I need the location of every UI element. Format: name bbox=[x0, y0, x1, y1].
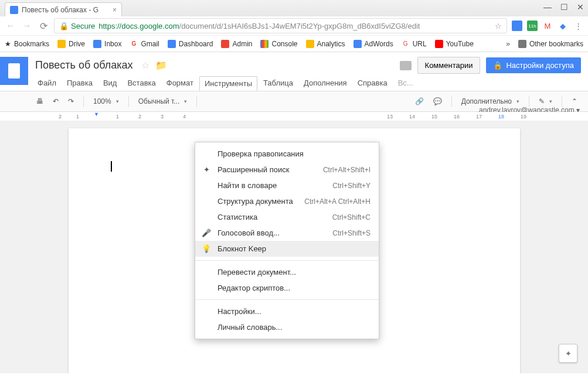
link-icon[interactable]: 🔗 bbox=[412, 95, 427, 108]
document-title[interactable]: Повесть об облаках bbox=[33, 58, 135, 73]
menu-separator bbox=[195, 299, 379, 300]
menu-format[interactable]: Формат bbox=[162, 76, 198, 91]
comments-button[interactable]: Комментарии bbox=[417, 57, 481, 74]
window-close-icon[interactable]: ✕ bbox=[575, 2, 586, 12]
redo-icon[interactable]: ↷ bbox=[64, 95, 77, 108]
bookmarks-bar: ★ Bookmarks Drive Inbox GGmail Dashboard… bbox=[0, 35, 588, 52]
bookmark-adwords[interactable]: AdWords bbox=[354, 40, 393, 48]
docs-favicon bbox=[10, 6, 18, 14]
bookmark-dashboard[interactable]: Dashboard bbox=[168, 40, 213, 48]
menu-tools[interactable]: Инструменты bbox=[199, 76, 257, 91]
paragraph-style-dropdown[interactable]: Обычный т... bbox=[135, 95, 191, 108]
browser-tab-bar: Повесть об облаках - G × — ☐ ✕ bbox=[0, 0, 588, 16]
analytics-icon bbox=[306, 40, 314, 48]
explore-icon: ✦ bbox=[201, 165, 212, 174]
dashboard-icon bbox=[168, 40, 176, 48]
move-folder-icon[interactable]: 📁 bbox=[155, 60, 167, 71]
ext-icon-1[interactable] bbox=[512, 21, 522, 31]
bookmark-inbox[interactable]: Inbox bbox=[93, 40, 121, 48]
menu-edit[interactable]: Правка bbox=[62, 76, 97, 91]
menu-item-preferences[interactable]: Настройки... bbox=[195, 303, 379, 319]
bookmark-star-icon[interactable]: ☆ bbox=[495, 22, 502, 30]
url-icon: G bbox=[402, 40, 410, 48]
adwords-icon bbox=[354, 40, 362, 48]
drive-icon bbox=[57, 40, 66, 48]
menu-item-script-editor[interactable]: Редактор скриптов... bbox=[195, 280, 379, 296]
menu-more[interactable]: Вс... bbox=[393, 76, 418, 91]
address-bar[interactable]: 🔒 Secure https://docs.google.com/documen… bbox=[54, 18, 507, 33]
bookmark-drive[interactable]: Drive bbox=[57, 40, 85, 48]
window-maximize-icon[interactable]: ☐ bbox=[559, 2, 569, 12]
explore-fab-icon: ✦ bbox=[565, 349, 572, 358]
bookmarks-toggle[interactable]: ★ Bookmarks bbox=[5, 40, 49, 48]
browser-tab[interactable]: Повесть об облаках - G × bbox=[5, 2, 122, 16]
menu-insert[interactable]: Вставка bbox=[123, 76, 160, 91]
bookmark-console[interactable]: Console bbox=[260, 40, 297, 48]
undo-icon[interactable]: ↶ bbox=[49, 95, 62, 108]
text-cursor bbox=[111, 161, 112, 172]
bookmark-youtube[interactable]: YouTube bbox=[435, 40, 474, 48]
browser-menu-icon[interactable]: ⋮ bbox=[573, 21, 583, 31]
youtube-icon bbox=[435, 40, 443, 48]
bookmark-url[interactable]: GURL bbox=[402, 40, 427, 48]
bookmark-gmail[interactable]: GGmail bbox=[130, 40, 159, 48]
menu-addons[interactable]: Дополнения bbox=[299, 76, 352, 91]
bookmarks-overflow-icon[interactable]: » bbox=[506, 40, 510, 48]
extension-icons: 11h M ◆ ⋮ bbox=[512, 21, 583, 31]
inbox-icon bbox=[93, 40, 101, 48]
tools-menu-dropdown: Проверка правописания ✦Расширенный поиск… bbox=[195, 142, 379, 339]
menu-item-wordcount[interactable]: СтатистикаCtrl+Shift+C bbox=[195, 209, 379, 225]
indent-marker-icon[interactable]: ▼ bbox=[94, 111, 99, 117]
window-minimize-icon[interactable]: — bbox=[542, 2, 553, 12]
tab-title: Повесть об облаках - G bbox=[22, 6, 98, 14]
ext-icon-4[interactable]: ◆ bbox=[558, 21, 568, 31]
menu-help[interactable]: Справка bbox=[353, 76, 392, 91]
menu-item-outline[interactable]: Структура документаCtrl+Alt+A Ctrl+Alt+H bbox=[195, 193, 379, 209]
other-bookmarks[interactable]: Other bookmarks bbox=[518, 40, 583, 48]
bookmarks-label: Bookmarks bbox=[14, 40, 49, 48]
print-icon[interactable]: 🖶 bbox=[33, 95, 47, 108]
admin-icon bbox=[221, 40, 229, 48]
microphone-icon: 🎤 bbox=[201, 228, 212, 237]
menu-view[interactable]: Вид bbox=[98, 76, 122, 91]
comment-add-icon[interactable]: 💬 bbox=[430, 95, 446, 108]
menu-item-spellcheck[interactable]: Проверка правописания bbox=[195, 146, 379, 162]
menu-item-dictionary[interactable]: Найти в словареCtrl+Shift+Y bbox=[195, 178, 379, 193]
gmail-icon: G bbox=[130, 40, 138, 48]
window-controls: — ☐ ✕ bbox=[542, 2, 586, 12]
lock-icon: 🔒 bbox=[493, 61, 502, 70]
url-path: /document/d/1sHAI6sBJs1-J4wEM7i5t2Yp-gxp… bbox=[179, 22, 420, 30]
zoom-dropdown[interactable]: 100% bbox=[90, 95, 123, 108]
tab-close-icon[interactable]: × bbox=[113, 6, 117, 14]
lightbulb-icon: 💡 bbox=[201, 244, 212, 253]
bookmark-analytics[interactable]: Analytics bbox=[306, 40, 345, 48]
menu-item-keep-notepad[interactable]: 💡Блокнот Keep bbox=[195, 241, 379, 257]
star-document-icon[interactable]: ☆ bbox=[141, 60, 149, 71]
menu-item-voice-typing[interactable]: 🎤Голосовой ввод...Ctrl+Shift+S bbox=[195, 225, 379, 241]
nav-back-icon[interactable]: ← bbox=[5, 21, 16, 31]
docs-logo-icon bbox=[8, 63, 20, 79]
star-icon: ★ bbox=[5, 40, 11, 48]
menu-separator bbox=[195, 260, 379, 261]
nav-forward-icon[interactable]: → bbox=[21, 21, 33, 31]
menu-item-personal-dictionary[interactable]: Личный словарь... bbox=[195, 319, 379, 335]
ruler[interactable]: ▼ 2 1 1 2 3 4 13 14 15 16 17 18 19 bbox=[0, 112, 588, 121]
menu-item-explore[interactable]: ✦Расширенный поискCtrl+Alt+Shift+I bbox=[195, 162, 379, 178]
explore-fab[interactable]: ✦ bbox=[559, 344, 577, 363]
docs-logo[interactable] bbox=[0, 57, 28, 85]
console-icon bbox=[260, 40, 268, 48]
menu-table[interactable]: Таблица bbox=[259, 76, 298, 91]
menu-file[interactable]: Файл bbox=[33, 76, 61, 91]
nav-reload-icon[interactable]: ⟳ bbox=[38, 21, 49, 32]
menubar: Файл Правка Вид Вставка Формат Инструмен… bbox=[33, 76, 581, 91]
comment-stream-icon[interactable] bbox=[400, 61, 412, 70]
ext-icon-2[interactable]: 11h bbox=[527, 21, 538, 31]
bookmark-admin[interactable]: Admin bbox=[221, 40, 252, 48]
menu-item-translate[interactable]: Перевести документ... bbox=[195, 264, 379, 280]
folder-icon bbox=[518, 40, 526, 48]
lock-icon: 🔒 bbox=[59, 22, 69, 30]
ext-gmail-icon[interactable]: M bbox=[542, 21, 553, 31]
url-host: https://docs.google.com bbox=[98, 22, 179, 30]
secure-badge: 🔒 Secure bbox=[59, 22, 95, 30]
share-button[interactable]: 🔒Настройки доступа bbox=[486, 57, 581, 73]
